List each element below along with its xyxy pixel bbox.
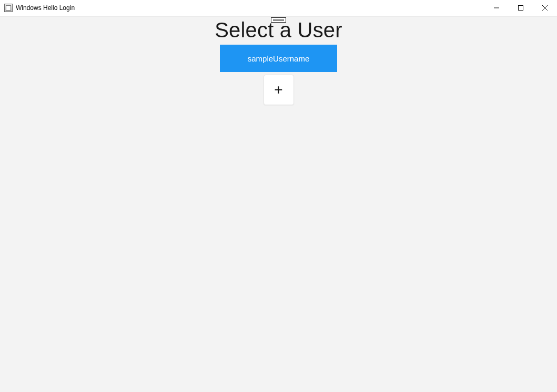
titlebar: Windows Hello Login	[0, 0, 557, 16]
minimize-icon	[494, 5, 499, 11]
maximize-button[interactable]	[509, 0, 533, 16]
app-icon	[4, 4, 13, 12]
svg-rect-1	[519, 6, 523, 11]
window-controls	[484, 0, 557, 16]
minimize-button[interactable]	[484, 0, 509, 16]
content-area: Select a User sampleUsername +	[0, 16, 557, 392]
plus-icon: +	[274, 81, 282, 98]
add-user-button[interactable]: +	[264, 75, 294, 105]
window-title: Windows Hello Login	[16, 4, 75, 12]
page-title: Select a User	[215, 18, 342, 42]
close-button[interactable]	[533, 0, 557, 16]
maximize-icon	[518, 5, 523, 11]
titlebar-left: Windows Hello Login	[0, 4, 75, 12]
user-select-button[interactable]: sampleUsername	[220, 45, 337, 72]
close-icon	[542, 5, 548, 11]
